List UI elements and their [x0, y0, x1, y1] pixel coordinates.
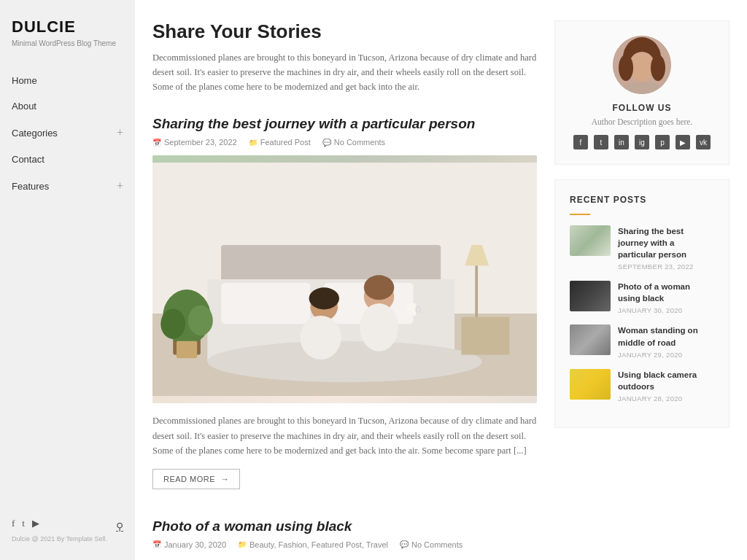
- svg-rect-22: [406, 303, 416, 316]
- recent-post-thumb-1: [570, 225, 611, 256]
- author-description: Author Description goes here.: [592, 117, 693, 126]
- recent-post-title-3[interactable]: Woman standing on middle of road: [618, 324, 714, 348]
- post-2-category-meta: 📁 Beauty, Fashion, Featured Post, Travel: [238, 540, 388, 549]
- read-more-arrow-icon: →: [221, 475, 230, 483]
- post-1-category-meta: 📁 Featured Post: [249, 138, 311, 147]
- calendar-icon: 📅: [152, 139, 161, 147]
- post-1-title: Sharing the best journey with a particul…: [152, 116, 537, 132]
- site-title: DULCIE: [12, 18, 123, 36]
- sidebar-footer: f t ▶ ⚲ Dulcie @ 2021 By Template Sell.: [12, 506, 123, 542]
- post-1-excerpt: Decommissioned planes are brought to thi…: [152, 413, 537, 459]
- nav-link-features[interactable]: Features: [12, 181, 49, 192]
- nav-link-about[interactable]: About: [12, 101, 36, 112]
- recent-post-info-3: Woman standing on middle of road JANUARY…: [618, 324, 714, 358]
- page-description: Decommissioned planes are brought to thi…: [152, 50, 537, 94]
- post-1-meta: 📅 September 23, 2022 📁 Featured Post 💬 N…: [152, 138, 537, 147]
- recent-post-date-4: JANUARY 28, 2020: [618, 394, 714, 402]
- post-2-title: Photo of a woman using black: [152, 518, 537, 534]
- folder-icon: 📁: [249, 139, 258, 147]
- svg-point-28: [651, 55, 665, 81]
- recent-posts-title: RECENT POSTS: [570, 195, 714, 205]
- recent-post-info-1: Sharing the best journey with a particul…: [618, 225, 714, 271]
- twitter-social-icon[interactable]: t: [594, 135, 608, 149]
- read-more-button[interactable]: READ MORE →: [152, 469, 240, 489]
- nav-item-about[interactable]: About: [12, 93, 123, 119]
- nav-link-contact[interactable]: Contact: [12, 154, 44, 165]
- post-2: Photo of a woman using black 📅 January 3…: [152, 518, 537, 549]
- svg-point-7: [207, 341, 481, 382]
- sidebar-facebook-icon[interactable]: f: [12, 518, 15, 529]
- page-layout: DULCIE Minimal WordPress Blog Theme Home…: [0, 0, 747, 560]
- author-avatar: [613, 36, 671, 94]
- recent-post-date-2: JANUARY 30, 2020: [618, 306, 714, 314]
- sidebar: DULCIE Minimal WordPress Blog Theme Home…: [0, 0, 135, 560]
- social-icons: f t in ig p ▶ vk: [573, 135, 711, 149]
- recent-post-item-4: Using black camera outdoors JANUARY 28, …: [570, 369, 714, 402]
- widget-area: FOLLOW US Author Description goes here. …: [554, 20, 729, 560]
- follow-us-title: FOLLOW US: [613, 103, 672, 113]
- recent-post-item-1: Sharing the best journey with a particul…: [570, 225, 714, 271]
- svg-rect-13: [475, 265, 478, 320]
- linkedin-social-icon[interactable]: in: [614, 135, 629, 149]
- svg-rect-5: [221, 283, 310, 324]
- svg-point-17: [364, 275, 394, 300]
- follow-widget: FOLLOW US Author Description goes here. …: [554, 20, 729, 165]
- nav-item-contact[interactable]: Contact: [12, 147, 123, 172]
- instagram-social-icon[interactable]: ig: [635, 135, 649, 149]
- post-2-date-meta: 📅 January 30, 2020: [152, 540, 226, 549]
- post-1-image: [152, 155, 537, 403]
- recent-post-date-3: JANUARY 29, 2020: [618, 351, 714, 359]
- site-tagline: Minimal WordPress Blog Theme: [12, 39, 123, 47]
- calendar-icon-2: 📅: [152, 540, 161, 548]
- svg-point-10: [160, 308, 185, 338]
- recent-post-date-1: SEPTEMBER 23, 2022: [618, 262, 714, 271]
- post-1: Sharing the best journey with a particul…: [152, 116, 537, 489]
- recent-posts-widget: RECENT POSTS Sharing the best journey wi…: [554, 179, 729, 428]
- blog-area: Share Your Stories Decommissioned planes…: [152, 20, 537, 560]
- svg-point-11: [188, 306, 213, 335]
- vk-social-icon[interactable]: vk: [696, 135, 711, 149]
- svg-rect-12: [177, 341, 197, 359]
- pinterest-social-icon[interactable]: p: [655, 135, 670, 149]
- recent-post-info-2: Photo of a woman using black JANUARY 30,…: [618, 281, 714, 314]
- categories-expand-icon[interactable]: +: [117, 126, 123, 139]
- recent-post-thumb-3: [570, 324, 611, 355]
- nav-link-home[interactable]: Home: [12, 75, 37, 86]
- sidebar-social-links: f t ▶: [12, 518, 39, 529]
- recent-post-thumb-4: [570, 369, 611, 400]
- nav-item-home[interactable]: Home: [12, 68, 123, 93]
- nav-item-categories[interactable]: Categories +: [12, 119, 123, 147]
- recent-post-title-2[interactable]: Photo of a woman using black: [618, 281, 714, 304]
- recent-posts-underline: [570, 214, 590, 215]
- folder-icon-2: 📁: [238, 540, 247, 548]
- main-content: Share Your Stories Decommissioned planes…: [135, 0, 747, 560]
- recent-post-thumb-2: [570, 281, 611, 311]
- copyright-text: Dulcie @ 2021 By Template Sell.: [12, 535, 123, 542]
- svg-point-21: [300, 316, 341, 359]
- facebook-social-icon[interactable]: f: [573, 135, 588, 149]
- recent-post-title-1[interactable]: Sharing the best journey with a particul…: [618, 225, 714, 260]
- recent-post-item-2: Photo of a woman using black JANUARY 30,…: [570, 281, 714, 314]
- svg-point-18: [360, 303, 398, 351]
- features-expand-icon[interactable]: +: [117, 179, 123, 192]
- nav-item-features[interactable]: Features +: [12, 172, 123, 200]
- main-nav: Home About Categories + Contact Features…: [12, 68, 123, 200]
- sidebar-twitter-icon[interactable]: t: [22, 518, 25, 529]
- svg-rect-15: [461, 317, 509, 355]
- sidebar-youtube-icon[interactable]: ▶: [32, 518, 39, 529]
- recent-post-item-3: Woman standing on middle of road JANUARY…: [570, 324, 714, 358]
- post-1-date-meta: 📅 September 23, 2022: [152, 138, 237, 147]
- sidebar-search-icon[interactable]: ⚲: [116, 521, 123, 533]
- page-title: Share Your Stories: [152, 20, 537, 43]
- svg-point-20: [309, 287, 339, 309]
- post-1-comments-meta: 💬 No Comments: [322, 138, 385, 147]
- recent-post-title-4[interactable]: Using black camera outdoors: [618, 369, 714, 392]
- recent-post-info-4: Using black camera outdoors JANUARY 28, …: [618, 369, 714, 402]
- post-2-comments-meta: 💬 No Comments: [400, 540, 462, 549]
- nav-link-categories[interactable]: Categories: [12, 128, 58, 139]
- youtube-social-icon[interactable]: ▶: [676, 135, 690, 149]
- comment-icon-2: 💬: [400, 540, 409, 548]
- svg-point-27: [619, 55, 633, 81]
- comment-icon: 💬: [322, 139, 331, 147]
- post-1-image-inner: [152, 155, 537, 403]
